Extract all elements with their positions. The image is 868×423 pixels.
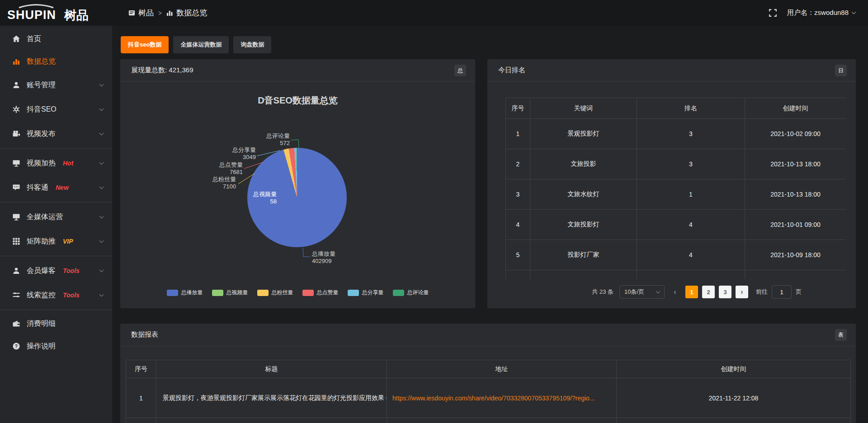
col-title: 标题 <box>156 360 387 378</box>
legend-item-videos[interactable]: 总视频量 <box>212 289 248 296</box>
chevron-down-icon <box>99 184 104 189</box>
tab-media-ops-data[interactable]: 全媒体运营数据 <box>173 36 229 53</box>
report-panel: 数据报表 表 序号 标题 地址 创建时间 1 景观投影灯，夜游景观投影灯厂家展示… <box>120 324 856 423</box>
grid-icon <box>12 237 20 246</box>
ranking-panel: 今日排名 日 序号 关键词 排名 创建时间 1景观投影灯32021-10-02 … <box>487 59 856 308</box>
user-icon <box>12 81 20 89</box>
breadcrumb-separator: > <box>158 9 162 17</box>
hot-badge: Hot <box>63 160 73 167</box>
chevron-down-icon <box>99 292 104 296</box>
sidebar-divider <box>0 256 112 256</box>
table-row[interactable]: 1 景观投影灯，夜游景观投影灯厂家展示展示落花灯在花园里的灯光投影应用效果 # … <box>126 378 851 418</box>
breadcrumb-current[interactable]: 数据总览 <box>166 8 207 18</box>
page-button-1[interactable]: 1 <box>685 286 698 298</box>
table-row-partial <box>506 270 846 279</box>
legend-item-fans[interactable]: 总粉丝量 <box>257 289 293 296</box>
chevron-down-icon <box>99 82 104 86</box>
page-button-2[interactable]: 2 <box>702 286 715 298</box>
breadcrumb-root[interactable]: 树品 <box>128 8 154 18</box>
user-menu[interactable]: 用户名：zswodun88 <box>787 9 855 17</box>
table-row[interactable]: 1景观投影灯32021-10-02 09:00 <box>506 119 846 149</box>
col-created: 创建时间 <box>745 98 846 119</box>
table-row-partial <box>126 418 851 423</box>
tab-inquiry-data[interactable]: 询盘数据 <box>233 36 271 53</box>
sidebar-item-consumption[interactable]: 消费明细 <box>0 312 112 335</box>
legend-item-plays[interactable]: 总播放量 <box>167 289 203 296</box>
video-title: 景观投影灯，夜游景观投影灯厂家展示展示落花灯在花园里的灯光投影应用效果 # <box>156 378 387 418</box>
pie-label-likes: 总点赞量7681 <box>198 161 243 176</box>
username-label: 用户名：zswodun88 <box>787 9 849 17</box>
chevron-down-icon <box>99 214 104 218</box>
total-view-button[interactable]: 总 <box>454 65 466 76</box>
legend-swatch <box>348 290 359 296</box>
logo-arc <box>19 5 53 8</box>
sidebar-item-media-ops[interactable]: 全媒体运营 <box>0 205 112 229</box>
table-view-button[interactable]: 表 <box>835 329 847 341</box>
sidebar-item-video-heat[interactable]: 视频加热 Hot <box>0 151 112 175</box>
pie-chart: D音SEO数据量总览 总评论量572 总分享量3049 总点赞量7681 总粉丝… <box>120 82 475 308</box>
sidebar-item-clue-monitor[interactable]: 线索监控 Tools <box>0 283 112 307</box>
legend-item-likes[interactable]: 总点赞量 <box>302 289 339 296</box>
sidebar-item-account[interactable]: 账号管理 <box>0 73 112 97</box>
video-link[interactable]: https://www.iesdouyin.com/share/video/70… <box>387 378 617 418</box>
chart-legend: 总播放量 总视频量 总粉丝量 总点赞量 总分享量 总评论量 <box>120 289 475 296</box>
shupin-logo[interactable]: SHUPIN 树品 <box>6 4 112 23</box>
bar-chart-icon <box>12 57 20 66</box>
goto-suffix: 页 <box>796 288 802 296</box>
legend-swatch <box>212 290 223 296</box>
prev-page-button[interactable]: ‹ <box>669 286 681 298</box>
sidebar-divider <box>0 310 112 310</box>
col-rank: 排名 <box>637 98 745 119</box>
breadcrumb-root-label: 树品 <box>138 8 154 18</box>
sidebar-item-douyin-seo[interactable]: 抖音SEO <box>0 97 112 122</box>
chevron-down-icon <box>99 131 104 135</box>
day-view-button[interactable]: 日 <box>835 65 847 76</box>
chevron-down-icon <box>99 106 104 111</box>
next-page-button[interactable]: › <box>736 286 748 298</box>
pie-label-comments: 总评论量572 <box>245 132 290 147</box>
logo-text-en: SHUPIN <box>7 8 56 22</box>
sidebar-item-video-publish[interactable]: 视频发布 <box>0 122 112 146</box>
tab-douyin-seo-data[interactable]: 抖音seo数据 <box>121 36 169 53</box>
col-created: 创建时间 <box>617 360 851 378</box>
question-icon: ? <box>12 342 20 351</box>
sidebar-item-instructions[interactable]: ? 操作说明 <box>0 335 112 357</box>
bar-chart-icon <box>166 9 173 16</box>
breadcrumb-current-label: 数据总览 <box>176 8 207 18</box>
sidebar-item-home[interactable]: 首页 <box>0 28 112 50</box>
goto-page-input[interactable] <box>772 285 792 299</box>
table-row[interactable]: 3文旅水纹灯12021-10-13 18:00 <box>506 179 846 210</box>
sidebar-divider <box>0 202 112 202</box>
ranking-panel-header: 今日排名 日 <box>487 59 856 82</box>
col-keyword: 关键词 <box>530 98 637 119</box>
tools-badge: Tools <box>63 267 80 274</box>
sidebar-item-data-overview[interactable]: 数据总览 <box>0 50 112 73</box>
page-size-select[interactable]: 10条/页 <box>619 285 665 299</box>
monitor-icon <box>12 159 20 168</box>
pagination: 共 23 条 10条/页 ‹ 1 2 3 › 前往 页 <box>592 285 802 299</box>
tools-badge: Tools <box>63 291 80 299</box>
legend-item-shares[interactable]: 总分享量 <box>348 289 384 296</box>
sidebar-item-member[interactable]: 会员爆客 Tools <box>0 258 112 283</box>
col-index: 序号 <box>126 360 156 378</box>
impressions-total: 展现量总数: 421,369 <box>131 66 193 75</box>
legend-item-comments[interactable]: 总评论量 <box>393 289 429 296</box>
page-button-3[interactable]: 3 <box>719 286 731 298</box>
table-row[interactable]: 5投影灯厂家42021-10-09 18:00 <box>506 240 846 270</box>
report-panel-header: 数据报表 表 <box>120 324 856 346</box>
col-url: 地址 <box>387 360 617 378</box>
pie-label-shares: 总分享量3049 <box>211 146 256 161</box>
chat-bubble-icon <box>12 183 20 192</box>
pie-label-plays: 总播放量402909 <box>312 250 357 265</box>
table-header-row: 序号 标题 地址 创建时间 <box>126 360 851 378</box>
data-tabs: 抖音seo数据 全媒体运营数据 询盘数据 <box>121 36 271 53</box>
fullscreen-icon[interactable] <box>769 9 777 17</box>
sidebar-item-matrix-boost[interactable]: 矩阵助推 VIP <box>0 229 112 254</box>
table-row[interactable]: 2文旅投影32021-10-13 18:00 <box>506 149 846 179</box>
svg-text:?: ? <box>14 343 17 349</box>
overview-panel: 展现量总数: 421,369 总 D音SEO数据量总览 总评论量572 总分享量… <box>120 59 475 308</box>
sidebar-item-douketong[interactable]: 抖客通 New <box>0 175 112 200</box>
pie-label-videos: 总视频量58 <box>231 191 277 205</box>
logo-text-cn: 树品 <box>64 9 89 22</box>
table-row[interactable]: 4文旅投影灯42021-10-01 09:00 <box>506 210 846 240</box>
